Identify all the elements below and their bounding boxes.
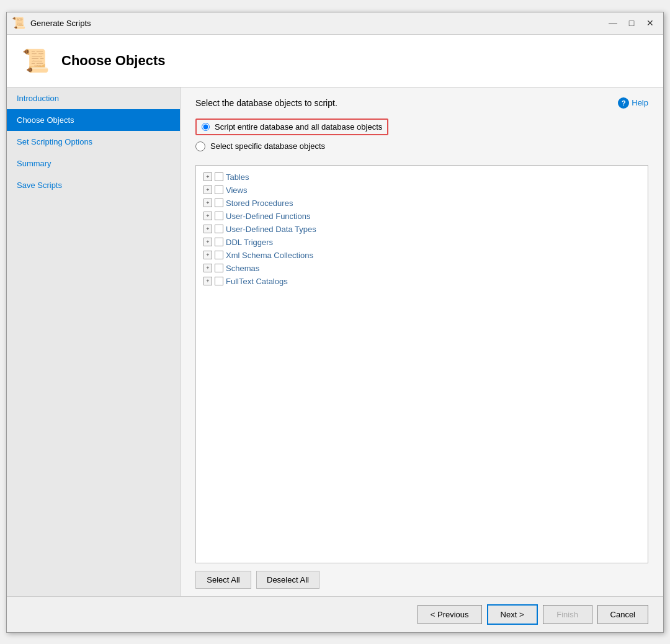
tree-label-ddl-triggers: DDL Triggers [226, 238, 273, 247]
previous-button[interactable]: < Previous [418, 605, 482, 624]
content-area: Introduction Choose Objects Set Scriptin… [7, 87, 663, 596]
help-link[interactable]: ? Help [618, 97, 648, 109]
main-header: Select the database objects to script. ?… [181, 87, 663, 114]
radio-option2-label[interactable]: Select specific database objects [210, 141, 325, 151]
checkbox-schemas[interactable] [215, 264, 223, 272]
objects-tree[interactable]: + Tables + Views + Stored Procedures + [195, 165, 648, 563]
sidebar-item-save-scripts[interactable]: Save Scripts [7, 174, 180, 196]
tree-label-udf: User-Defined Functions [226, 212, 311, 221]
checkbox-udf[interactable] [215, 212, 223, 220]
checkbox-fulltext[interactable] [215, 277, 223, 285]
tree-label-views: Views [226, 186, 247, 195]
help-icon: ? [618, 97, 629, 109]
expand-icon-udf[interactable]: + [203, 212, 212, 220]
expand-icon-uddt[interactable]: + [203, 225, 212, 233]
tree-label-xml-schema: Xml Schema Collections [226, 251, 313, 260]
next-button[interactable]: Next > [487, 604, 538, 625]
radio-option2-container: Select specific database objects [195, 141, 648, 151]
expand-icon-fulltext[interactable]: + [203, 277, 212, 285]
tree-label-schemas: Schemas [226, 264, 259, 273]
titlebar: 📜 Generate Scripts — □ ✕ [7, 12, 663, 35]
tree-item-user-defined-data-types[interactable]: + User-Defined Data Types [196, 223, 648, 236]
sidebar: Introduction Choose Objects Set Scriptin… [7, 87, 181, 596]
deselect-all-button[interactable]: Deselect All [256, 571, 319, 589]
tree-label-fulltext: FullText Catalogs [226, 277, 288, 286]
finish-button[interactable]: Finish [543, 605, 592, 624]
tree-item-xml-schema[interactable]: + Xml Schema Collections [196, 249, 648, 262]
tree-item-stored-procedures[interactable]: + Stored Procedures [196, 197, 648, 210]
checkbox-uddt[interactable] [215, 225, 223, 233]
checkbox-ddl-triggers[interactable] [215, 238, 223, 246]
window-title: Generate Scripts [30, 19, 605, 28]
expand-icon-schemas[interactable]: + [203, 264, 212, 272]
cancel-button[interactable]: Cancel [597, 605, 648, 624]
checkbox-xml-schema[interactable] [215, 251, 223, 259]
checkbox-views[interactable] [215, 186, 223, 194]
tree-label-uddt: User-Defined Data Types [226, 225, 316, 234]
tree-item-tables[interactable]: + Tables [196, 171, 648, 184]
help-label: Help [632, 98, 648, 107]
expand-icon-stored-procedures[interactable]: + [203, 199, 212, 207]
radio-option1-label[interactable]: Script entire database and all database … [215, 122, 382, 132]
radio-option1-container: Script entire database and all database … [195, 119, 388, 135]
sidebar-item-set-scripting-options[interactable]: Set Scripting Options [7, 131, 180, 153]
expand-icon-tables[interactable]: + [203, 172, 212, 181]
radio-entire-database[interactable] [202, 123, 210, 131]
footer: < Previous Next > Finish Cancel [7, 596, 663, 632]
radio-specific-objects[interactable] [195, 141, 205, 151]
tree-item-ddl-triggers[interactable]: + DDL Triggers [196, 236, 648, 249]
sidebar-item-choose-objects[interactable]: Choose Objects [7, 109, 180, 131]
main-window: 📜 Generate Scripts — □ ✕ 📜 Choose Object… [6, 12, 664, 633]
page-title: Choose Objects [61, 53, 165, 69]
tree-item-fulltext-catalogs[interactable]: + FullText Catalogs [196, 275, 648, 288]
expand-icon-views[interactable]: + [203, 186, 212, 194]
tree-item-views[interactable]: + Views [196, 184, 648, 197]
page-header: 📜 Choose Objects [7, 35, 663, 87]
expand-icon-ddl-triggers[interactable]: + [203, 238, 212, 246]
close-button[interactable]: ✕ [642, 15, 658, 31]
tree-label-tables: Tables [226, 172, 249, 182]
header-icon: 📜 [19, 45, 51, 77]
titlebar-controls: — □ ✕ [605, 15, 658, 31]
checkbox-tables[interactable] [215, 172, 223, 181]
app-icon: 📜 [12, 16, 25, 30]
select-all-button[interactable]: Select All [195, 571, 251, 589]
selection-buttons: Select All Deselect All [181, 563, 663, 596]
instruction-text: Select the database objects to script. [195, 98, 337, 108]
maximize-button[interactable]: □ [623, 15, 640, 31]
checkbox-stored-procedures[interactable] [215, 199, 223, 207]
tree-item-schemas[interactable]: + Schemas [196, 262, 648, 275]
sidebar-item-summary[interactable]: Summary [7, 153, 180, 174]
minimize-button[interactable]: — [605, 15, 621, 31]
tree-item-user-defined-functions[interactable]: + User-Defined Functions [196, 210, 648, 223]
expand-icon-xml-schema[interactable]: + [203, 251, 212, 259]
main-panel: Select the database objects to script. ?… [181, 87, 663, 596]
sidebar-item-introduction[interactable]: Introduction [7, 87, 180, 109]
tree-label-stored-procedures: Stored Procedures [226, 199, 293, 208]
radio-section: Script entire database and all database … [181, 114, 663, 165]
